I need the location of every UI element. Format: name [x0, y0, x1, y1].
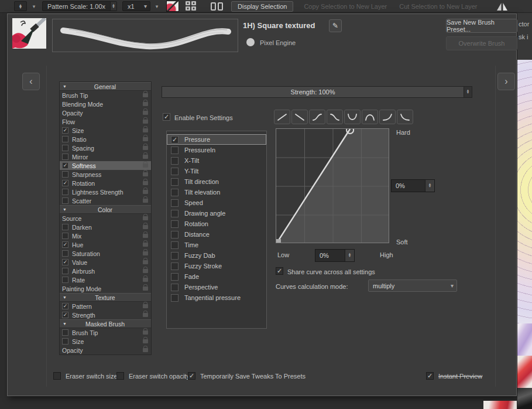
- checkbox[interactable]: ✓: [62, 303, 68, 309]
- curve-preset-button[interactable]: [379, 110, 396, 124]
- checkbox[interactable]: ✓: [426, 372, 434, 380]
- curve-handle[interactable]: [276, 239, 281, 243]
- checkbox[interactable]: [116, 372, 124, 380]
- display-selection-button[interactable]: Display Selection: [231, 1, 293, 12]
- brush-options-list[interactable]: ▼GeneralBrush TipBlending ModeOpacityFlo…: [59, 81, 152, 355]
- checkbox[interactable]: ✓: [188, 372, 195, 380]
- curve-preset-button[interactable]: [309, 110, 325, 124]
- preset-grid-icon[interactable]: [186, 1, 197, 11]
- enable-pen-checkbox[interactable]: ✓: [163, 113, 170, 121]
- checkbox[interactable]: ✓: [171, 136, 179, 144]
- checkbox[interactable]: ✓: [62, 127, 68, 134]
- options-item[interactable]: Painting Mode: [60, 284, 151, 293]
- strength-slider[interactable]: Strength: 100% ▲ ▼: [162, 86, 472, 98]
- pattern-scale-field[interactable]: Pattern Scale: 1.00x ▲ ▼: [42, 1, 117, 11]
- checkbox[interactable]: [171, 168, 179, 175]
- checkbox[interactable]: [62, 197, 68, 204]
- options-item[interactable]: Blending Mode: [60, 100, 151, 108]
- curve-low-spinbox[interactable]: 0% ▲ ▼: [315, 249, 355, 262]
- options-item[interactable]: Airbrush: [60, 267, 151, 275]
- checkbox[interactable]: [171, 199, 179, 207]
- sensor-item[interactable]: Fuzzy Dab: [167, 250, 266, 261]
- rename-preset-button[interactable]: ✎: [329, 19, 342, 32]
- options-item[interactable]: Opacity: [60, 346, 151, 355]
- checkbox[interactable]: [171, 220, 179, 228]
- checkbox[interactable]: ✓: [62, 241, 68, 248]
- options-section-header[interactable]: ▼Texture: [60, 293, 151, 302]
- options-item[interactable]: Mix: [60, 231, 151, 240]
- options-item[interactable]: ✓Rotation: [60, 179, 151, 188]
- overwrite-brush-button[interactable]: Overwrite Brush: [446, 36, 517, 50]
- toolbar-spinner[interactable]: ▲ ▼: [14, 1, 27, 11]
- calc-mode-dropdown[interactable]: multiply ▾: [368, 280, 457, 292]
- strength-spinner[interactable]: ▲ ▼: [464, 86, 472, 98]
- checkbox[interactable]: [171, 263, 179, 270]
- share-curve-checkbox[interactable]: ✓: [276, 267, 283, 275]
- checkbox[interactable]: [171, 273, 179, 281]
- checkbox[interactable]: ✓: [62, 162, 68, 169]
- zoom-multiplier-combo[interactable]: x1 ▾: [122, 1, 150, 11]
- curve-preset-button[interactable]: [327, 110, 343, 124]
- checkbox[interactable]: [62, 268, 68, 274]
- checkbox[interactable]: [171, 294, 179, 302]
- options-item[interactable]: Ratio: [60, 135, 151, 144]
- curve-preset-button[interactable]: [344, 110, 361, 124]
- mirror-icon[interactable]: [495, 1, 509, 12]
- checkbox[interactable]: [62, 145, 68, 151]
- checkbox[interactable]: ✓: [62, 312, 68, 318]
- checkbox[interactable]: [62, 224, 68, 230]
- checkbox[interactable]: ✓: [62, 180, 68, 186]
- sensor-item[interactable]: Fuzzy Stroke: [167, 261, 266, 271]
- sensor-item[interactable]: Speed: [167, 197, 266, 208]
- checkbox[interactable]: [62, 329, 68, 336]
- checkbox[interactable]: [171, 146, 179, 154]
- options-item[interactable]: Brush Tip: [60, 328, 151, 337]
- options-item[interactable]: ✓Strength: [60, 311, 151, 319]
- checkbox[interactable]: [171, 189, 179, 196]
- instant-preview-option[interactable]: ✓Instant Preview: [426, 372, 482, 380]
- preset-thumbnail-lavender[interactable]: [517, 323, 532, 356]
- spinbox-arrows[interactable]: ▲ ▼: [345, 250, 354, 261]
- checkbox[interactable]: [62, 338, 68, 345]
- sensor-item[interactable]: X-Tilt: [167, 155, 266, 166]
- sensor-item[interactable]: Fade: [167, 271, 266, 282]
- checkbox[interactable]: [62, 136, 68, 142]
- checkbox[interactable]: ✓: [62, 259, 68, 265]
- checkbox[interactable]: [171, 178, 179, 186]
- preset-thumbnail-red[interactable]: [517, 356, 532, 388]
- options-item[interactable]: Darken: [60, 223, 151, 231]
- sensor-item[interactable]: Y-Tilt: [167, 166, 266, 176]
- pressure-curve-editor[interactable]: [276, 128, 389, 243]
- brush-scratchpad[interactable]: [52, 19, 238, 52]
- checkbox[interactable]: [62, 154, 68, 160]
- options-item[interactable]: Scatter: [60, 196, 151, 205]
- checkbox[interactable]: [62, 233, 68, 239]
- sensor-item[interactable]: Rotation: [167, 219, 266, 229]
- options-item[interactable]: Brush Tip: [60, 91, 151, 100]
- sensor-item[interactable]: PressureIn: [167, 145, 266, 155]
- sensor-item[interactable]: Distance: [167, 229, 266, 240]
- checkbox[interactable]: [171, 157, 179, 165]
- curve-preset-button[interactable]: [291, 110, 308, 124]
- save-new-preset-button[interactable]: Save New Brush Preset...: [446, 19, 517, 33]
- curve-offset-spinbox[interactable]: 0% ▲ ▼: [391, 179, 435, 192]
- options-item[interactable]: Lightness Strength: [60, 188, 151, 196]
- options-item[interactable]: ✓Size: [60, 126, 151, 135]
- sensor-item[interactable]: Perspective: [167, 282, 266, 292]
- save-tweaks-option[interactable]: ✓Temporarily Save Tweaks To Presets: [188, 372, 306, 380]
- checkbox[interactable]: [171, 231, 179, 238]
- options-section-header[interactable]: ▼Masked Brush: [60, 319, 151, 328]
- sensor-item[interactable]: Drawing angle: [167, 208, 266, 219]
- checkbox[interactable]: [53, 372, 61, 380]
- checkbox[interactable]: [62, 250, 68, 257]
- checkbox[interactable]: [171, 210, 179, 217]
- checkbox[interactable]: [62, 171, 68, 178]
- options-item[interactable]: Rate: [60, 275, 151, 284]
- scroll-right-button[interactable]: ›: [497, 73, 515, 90]
- brush-preset-thumbnail[interactable]: [166, 1, 179, 12]
- sensor-item[interactable]: ✓Pressure: [167, 134, 266, 145]
- options-section-header[interactable]: ▼Color: [60, 205, 151, 214]
- sensor-item[interactable]: Time: [167, 240, 266, 250]
- toolbar-dropdown-button[interactable]: ▾: [29, 1, 39, 11]
- options-item[interactable]: ✓Hue: [60, 240, 151, 249]
